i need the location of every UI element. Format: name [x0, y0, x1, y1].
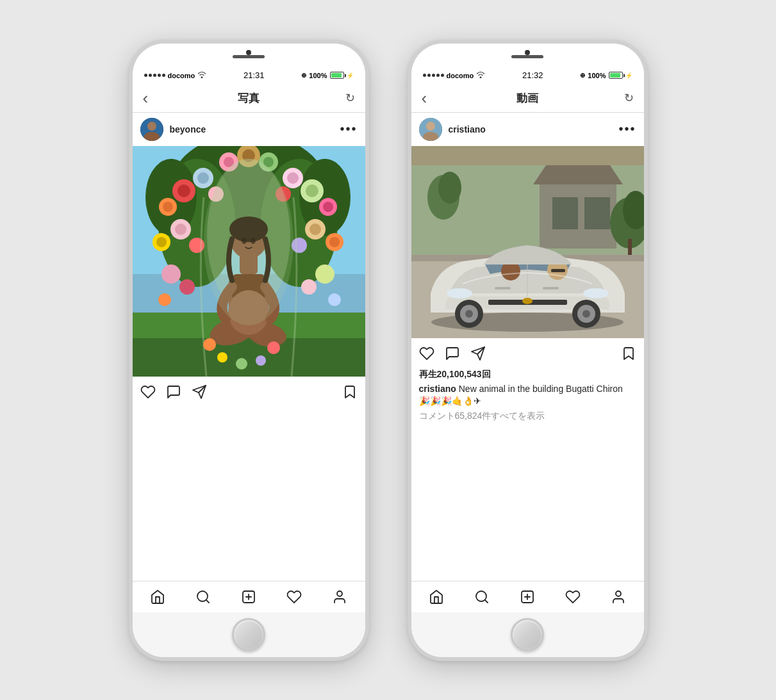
like-button-1[interactable] — [140, 384, 156, 402]
battery-pct-1: 100% — [309, 72, 327, 79]
post-content-2: 再生20,100,543回 cristiano New animal in th… — [411, 369, 644, 427]
action-left-2 — [419, 346, 486, 364]
bottom-nav-1 — [133, 581, 365, 612]
share-button-2[interactable] — [470, 346, 486, 364]
svg-point-13 — [177, 184, 190, 197]
cristiano-video — [411, 146, 644, 338]
nav-home-1[interactable] — [135, 582, 181, 612]
svg-point-15 — [163, 202, 173, 212]
refresh-button-2[interactable]: ↻ — [615, 91, 634, 105]
action-bar-2 — [411, 341, 644, 369]
status-left-2: docomo — [423, 71, 486, 80]
nav-like-1[interactable] — [272, 582, 317, 612]
svg-rect-95 — [495, 287, 511, 289]
bolt-icon-1: ⚡ — [347, 72, 354, 79]
svg-point-32 — [310, 224, 321, 235]
svg-point-105 — [582, 310, 590, 318]
phone-1-shell: docomo 21:31 ⊕ 100% — [129, 40, 369, 661]
avatar-1[interactable] — [140, 118, 163, 141]
phone-2-screen: docomo 21:32 ⊕ 100% — [411, 44, 644, 657]
home-button-1[interactable] — [232, 618, 265, 651]
status-right-2: ⊕ 100% ⚡ — [580, 72, 632, 79]
phone-2-shell: docomo 21:32 ⊕ 100% — [408, 40, 648, 661]
action-bar-1 — [133, 379, 365, 407]
svg-rect-93 — [551, 269, 565, 272]
username-2[interactable]: cristiano — [449, 124, 486, 134]
svg-point-64 — [256, 355, 266, 366]
svg-point-26 — [158, 293, 171, 306]
phone-1: docomo 21:31 ⊕ 100% — [129, 40, 369, 661]
share-button-1[interactable] — [192, 384, 207, 402]
status-right-1: ⊕ 100% ⚡ — [301, 72, 353, 79]
nav-bar-2: ‹ 動画 ↻ — [411, 85, 644, 113]
svg-point-24 — [161, 265, 181, 284]
caption-username-2[interactable]: cristiano — [419, 384, 456, 394]
nav-add-1[interactable] — [226, 582, 272, 612]
post-user-2[interactable]: cristiano — [419, 118, 486, 141]
bookmark-button-1[interactable] — [342, 384, 358, 402]
carrier-2: docomo — [447, 72, 474, 79]
comments-link-2[interactable]: コメント65,824件すべてを表示 — [419, 411, 636, 422]
svg-point-28 — [306, 184, 318, 197]
nav-home-2[interactable] — [414, 582, 459, 612]
more-button-1[interactable]: ••• — [340, 122, 357, 136]
caption-2: cristiano New animal in the building Bug… — [419, 383, 636, 408]
refresh-button-1[interactable]: ↻ — [336, 91, 355, 105]
svg-rect-80 — [552, 197, 578, 229]
svg-point-33 — [292, 238, 307, 253]
status-bar-2: docomo 21:32 ⊕ 100% — [411, 67, 644, 85]
nav-search-2[interactable] — [459, 582, 505, 612]
username-1[interactable]: beyonce — [170, 124, 206, 134]
more-button-2[interactable]: ••• — [618, 122, 636, 136]
svg-point-106 — [522, 298, 532, 304]
beyonce-photo — [133, 146, 365, 377]
time-2: 21:32 — [522, 70, 543, 80]
phone-1-top — [133, 44, 365, 61]
nav-search-1[interactable] — [181, 582, 226, 612]
bookmark-button-2[interactable] — [621, 346, 636, 364]
orientation-icon-1: ⊕ — [301, 72, 306, 79]
svg-point-63 — [267, 341, 280, 354]
svg-point-30 — [323, 202, 333, 212]
like-button-2[interactable] — [419, 346, 434, 364]
svg-point-22 — [197, 172, 209, 184]
speaker-2 — [511, 55, 543, 58]
wifi-icon-2 — [476, 71, 485, 80]
svg-point-73 — [337, 591, 342, 596]
svg-point-41 — [328, 293, 341, 306]
comment-button-2[interactable] — [445, 346, 460, 364]
avatar-2[interactable] — [419, 118, 442, 141]
home-button-2[interactable] — [511, 618, 544, 651]
post-user-1[interactable]: beyonce — [140, 118, 206, 141]
svg-point-20 — [156, 237, 167, 247]
post-header-1: beyonce ••• — [133, 113, 365, 146]
nav-like-2[interactable] — [550, 582, 596, 612]
camera-dot — [246, 50, 251, 55]
svg-point-65 — [236, 358, 247, 370]
comment-button-1[interactable] — [166, 384, 181, 402]
svg-line-69 — [206, 599, 209, 602]
svg-point-39 — [315, 265, 334, 284]
svg-point-114 — [616, 591, 621, 596]
svg-rect-85 — [628, 239, 632, 255]
post-header-2: cristiano ••• — [411, 113, 644, 146]
svg-point-40 — [301, 279, 317, 295]
svg-point-60 — [204, 159, 293, 325]
nav-add-2[interactable] — [505, 582, 550, 612]
svg-point-62 — [217, 352, 227, 362]
phone-2: docomo 21:32 ⊕ 100% — [408, 40, 648, 661]
back-button-2[interactable]: ‹ — [422, 88, 441, 108]
nav-profile-1[interactable] — [317, 582, 363, 612]
signal-dots-1 — [144, 74, 165, 77]
back-button-1[interactable]: ‹ — [143, 88, 162, 108]
svg-point-102 — [465, 310, 473, 318]
signal-dots-2 — [423, 74, 444, 77]
wifi-icon-1 — [197, 71, 206, 80]
view-count-2: 再生20,100,543回 — [419, 369, 636, 380]
nav-bar-1: ‹ 写真 ↻ — [133, 85, 365, 113]
svg-point-37 — [287, 172, 299, 184]
svg-point-61 — [203, 338, 216, 351]
svg-rect-81 — [584, 197, 610, 229]
svg-point-87 — [438, 172, 461, 204]
nav-profile-2[interactable] — [596, 582, 641, 612]
